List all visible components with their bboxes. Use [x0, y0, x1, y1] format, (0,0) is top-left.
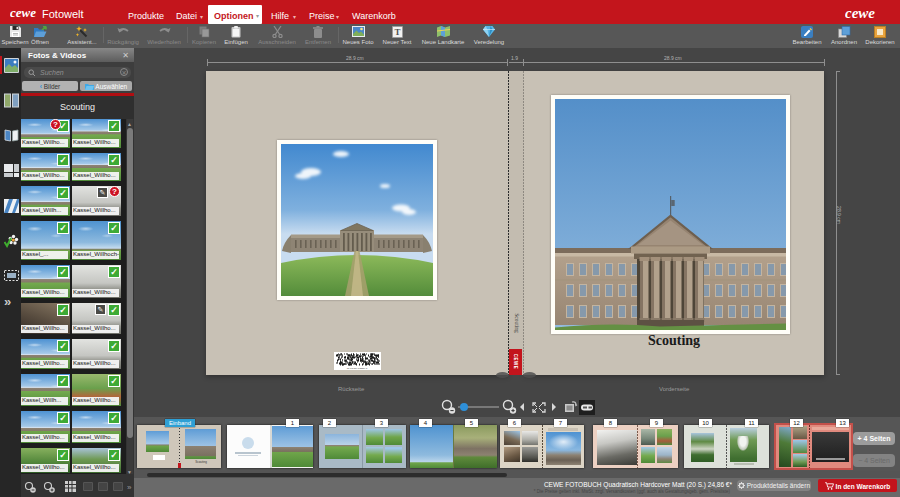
svg-text:Fotowelt: Fotowelt: [42, 8, 84, 20]
svg-text:cewe: cewe: [10, 5, 36, 20]
svg-text:71 03489 Kassel 1: 71 03489 Kassel 1: [347, 367, 368, 370]
svg-text:»: »: [127, 483, 132, 492]
svg-text:T: T: [394, 27, 400, 37]
svg-text:cewe: cewe: [845, 5, 875, 21]
